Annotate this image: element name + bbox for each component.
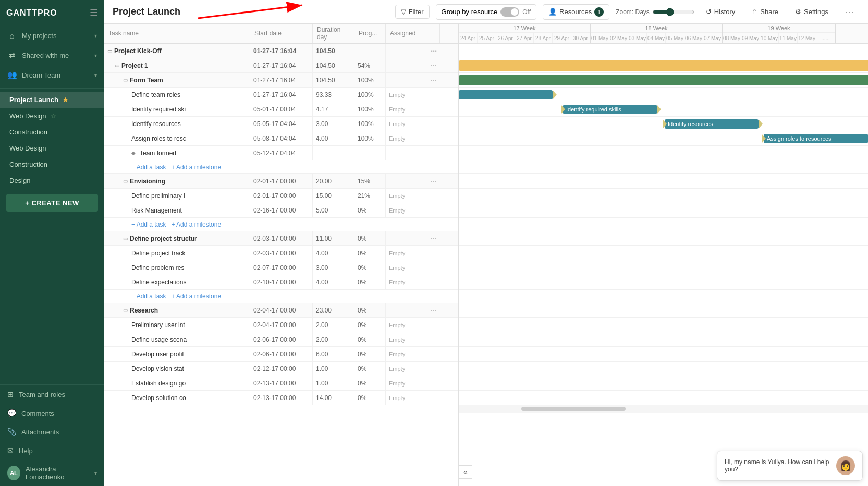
sidebar-item-help[interactable]: ✉ Help xyxy=(0,441,104,460)
more-button[interactable]: ⋯ xyxy=(840,4,860,20)
task-more[interactable] xyxy=(427,275,440,289)
task-row[interactable]: Develop vision stat 02-12-17 00:00 1.00 … xyxy=(104,362,458,376)
task-more[interactable]: ⋯ xyxy=(427,174,440,188)
task-row[interactable]: Define problem res 02-07-17 00:00 3.00 0… xyxy=(104,260,458,275)
sidebar-item-my-projects[interactable]: ⌂ My projects ▾ xyxy=(0,26,104,45)
resources-label: Resources xyxy=(559,8,592,16)
share-button[interactable]: ⇧ Share xyxy=(747,5,784,18)
task-row[interactable]: Identify required ski 05-01-17 00:04 4.1… xyxy=(104,102,458,117)
gantt-bar-project1[interactable] xyxy=(459,60,868,71)
user-profile[interactable]: AL Alexandra Lomachenko ▾ xyxy=(0,460,104,486)
task-more[interactable] xyxy=(427,318,440,332)
sidebar-project-web-design-1[interactable]: Web Design ☆ xyxy=(0,108,104,124)
task-start: 02-04-17 00:00 xyxy=(250,318,313,332)
collapse-icon[interactable]: ▭ xyxy=(123,307,128,313)
scroll-back-button[interactable]: « xyxy=(459,465,472,479)
task-row[interactable]: Assign roles to resc 05-08-17 04:04 4.00… xyxy=(104,131,458,146)
task-row[interactable]: ▭ Research 02-04-17 00:00 23.00 0% ⋯ xyxy=(104,303,458,318)
history-button[interactable]: ↺ History xyxy=(701,5,740,18)
task-row[interactable]: Develop solution co 02-13-17 00:00 14.00… xyxy=(104,391,458,405)
toggle-state-label: Off xyxy=(522,8,531,16)
task-row[interactable]: ▭ Project 1 01-27-17 16:04 104.50 54% ⋯ xyxy=(104,58,458,73)
group-by-resource-toggle[interactable]: Group by resource Off xyxy=(436,4,536,20)
task-more[interactable] xyxy=(427,332,440,346)
task-row[interactable]: Define project track 02-03-17 00:00 4.00… xyxy=(104,246,458,260)
settings-button[interactable]: ⚙ Settings xyxy=(790,5,834,18)
collapse-icon[interactable]: ▭ xyxy=(107,48,112,54)
sidebar-project-construction-1[interactable]: Construction xyxy=(0,124,104,140)
task-assigned: Empty xyxy=(386,131,427,145)
timeline-scrollbar[interactable] xyxy=(459,405,868,413)
task-more[interactable] xyxy=(427,260,440,275)
task-start: 01-27-17 16:04 xyxy=(250,44,313,58)
toggle-switch[interactable] xyxy=(500,7,519,17)
task-row[interactable]: Define expectations 02-10-17 00:00 4.00 … xyxy=(104,275,458,290)
task-more[interactable]: ⋯ xyxy=(427,231,440,245)
add-task-link[interactable]: + Add a task xyxy=(131,164,166,171)
sidebar-item-team-and-roles[interactable]: ⊞ Team and roles xyxy=(0,385,104,404)
task-duration: 6.00 xyxy=(313,347,354,361)
sidebar-project-construction-2[interactable]: Construction xyxy=(0,156,104,172)
task-row[interactable]: Define preliminary l 02-01-17 00:00 15.0… xyxy=(104,189,458,203)
task-row[interactable]: ▭ Project Kick-Off 01-27-17 16:04 104.50… xyxy=(104,44,458,58)
task-row[interactable]: Define usage scena 02-06-17 00:00 2.00 0… xyxy=(104,332,458,347)
add-milestone-link[interactable]: + Add a milestone xyxy=(171,293,221,300)
resources-button[interactable]: 👤 Resources 1 xyxy=(543,4,609,20)
task-more[interactable] xyxy=(427,189,440,203)
task-more[interactable] xyxy=(427,391,440,405)
task-more[interactable] xyxy=(427,146,440,160)
create-new-button[interactable]: + CREATE NEW xyxy=(6,194,98,212)
gantt-bar-define-team[interactable] xyxy=(459,90,553,99)
task-row[interactable]: Establish design go 02-13-17 00:00 1.00 … xyxy=(104,376,458,391)
sidebar-item-comments[interactable]: 💬 Comments xyxy=(0,404,104,422)
filter-button[interactable]: ▽ Filter xyxy=(395,5,430,19)
task-row[interactable]: Identify resources 05-05-17 04:04 3.00 1… xyxy=(104,117,458,131)
sidebar-project-design[interactable]: Design xyxy=(0,172,104,189)
sidebar-item-attachments[interactable]: 📎 Attachments xyxy=(0,422,104,441)
sidebar-item-shared-with-me[interactable]: ⇄ Shared with me ▾ xyxy=(0,45,104,65)
add-task-link[interactable]: + Add a task xyxy=(131,293,166,300)
task-more[interactable] xyxy=(427,102,440,116)
collapse-icon[interactable]: ▭ xyxy=(115,63,119,68)
sidebar-project-web-design-2[interactable]: Web Design xyxy=(0,140,104,156)
gantt-bar-identify-resources[interactable]: Identify resources xyxy=(665,119,759,129)
scrollbar-thumb[interactable] xyxy=(521,407,626,411)
add-task-link[interactable]: + Add a task xyxy=(131,221,166,228)
task-progress: 0% xyxy=(354,332,386,346)
gantt-bar-form-team[interactable] xyxy=(459,75,868,85)
gantt-bar-identify-skills[interactable]: Identify required skills xyxy=(563,105,657,114)
task-more[interactable] xyxy=(427,203,440,217)
hamburger-menu-icon[interactable]: ☰ xyxy=(90,7,98,19)
task-row[interactable]: ▭ Envisioning 02-01-17 00:00 20.00 15% ⋯ xyxy=(104,174,458,189)
collapse-icon[interactable]: ▭ xyxy=(123,77,128,83)
task-row[interactable]: Preliminary user int 02-04-17 00:00 2.00… xyxy=(104,318,458,332)
task-more[interactable]: ⋯ xyxy=(427,73,440,87)
task-row[interactable]: ▭ Define project structur 02-03-17 00:00… xyxy=(104,231,458,246)
task-more[interactable] xyxy=(427,246,440,260)
task-row[interactable]: Develop user profil 02-06-17 00:00 6.00 … xyxy=(104,347,458,362)
task-more[interactable]: ⋯ xyxy=(427,44,440,58)
task-more[interactable] xyxy=(427,131,440,145)
task-more[interactable]: ⋯ xyxy=(427,303,440,317)
task-more[interactable]: ⋯ xyxy=(427,58,440,72)
task-row[interactable]: Risk Management 02-16-17 00:00 5.00 0% E… xyxy=(104,203,458,218)
task-more[interactable] xyxy=(427,376,440,390)
task-row[interactable]: Define team roles 01-27-17 16:04 93.33 1… xyxy=(104,88,458,102)
sidebar-item-dream-team[interactable]: 👥 Dream Team ▾ xyxy=(0,65,104,85)
task-more[interactable] xyxy=(427,347,440,361)
task-more[interactable] xyxy=(427,362,440,376)
zoom-slider[interactable] xyxy=(653,8,694,16)
chat-widget[interactable]: Hi, my name is Yuliya. How can I help yo… xyxy=(717,451,863,481)
task-row[interactable]: ▭ Form Team 01-27-17 16:04 104.50 100% ⋯ xyxy=(104,73,458,88)
task-name: Identify required ski xyxy=(131,106,186,113)
task-row[interactable]: ◆ Team formed 05-12-17 04:04 xyxy=(104,146,458,160)
task-name-cell: Assign roles to resc xyxy=(104,131,250,145)
add-milestone-link[interactable]: + Add a milestone xyxy=(171,164,221,171)
sidebar-project-project-launch[interactable]: Project Launch ★ xyxy=(0,92,104,108)
gantt-bar-assign-roles[interactable]: Assign roles to resources xyxy=(764,134,868,143)
task-more[interactable] xyxy=(427,88,440,102)
task-more[interactable] xyxy=(427,117,440,131)
collapse-icon[interactable]: ▭ xyxy=(123,235,128,241)
add-milestone-link[interactable]: + Add a milestone xyxy=(171,221,221,228)
collapse-icon[interactable]: ▭ xyxy=(123,178,128,184)
